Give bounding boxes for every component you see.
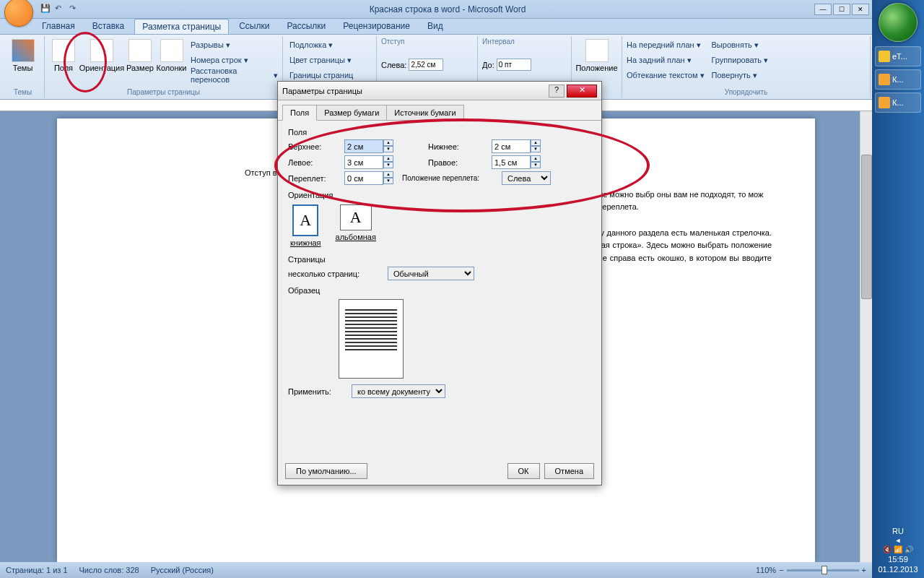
redo-icon[interactable]: ↷	[69, 4, 81, 15]
line-numbers-button[interactable]: Номера строк ▾	[188, 53, 278, 67]
minimize-button[interactable]: —	[814, 4, 832, 15]
tab-home[interactable]: Главная	[35, 19, 82, 34]
margin-right-input[interactable]	[492, 155, 531, 169]
gutter-position-select[interactable]: Слева	[502, 171, 551, 185]
tab-insert[interactable]: Вставка	[85, 19, 132, 34]
status-bar: Страница: 1 из 1 Число слов: 328 Русский…	[0, 562, 872, 578]
tray-time[interactable]: 15:59	[875, 555, 921, 564]
vertical-scrollbar[interactable]	[860, 111, 872, 562]
margin-bottom-input[interactable]	[492, 139, 531, 153]
rotate-button[interactable]: Повернуть ▾	[712, 68, 769, 82]
themes-button[interactable]: Темы	[6, 38, 40, 74]
watermark-button[interactable]: Подложка ▾	[287, 38, 372, 52]
status-lang[interactable]: Русский (Россия)	[151, 566, 214, 574]
windows-taskbar: еТ... К... К... RU ◄ 🔇 📶 🔊 15:59 01.12.2…	[872, 0, 924, 578]
orientation-portrait[interactable]: Aкнижная	[288, 202, 323, 249]
multiple-pages-select[interactable]: Обычный	[388, 267, 474, 280]
text-wrap-button[interactable]: Обтекание текстом ▾	[627, 68, 705, 82]
app-icon	[879, 74, 890, 85]
margins-button[interactable]: Поля	[49, 38, 78, 74]
tray-lang[interactable]: RU	[875, 527, 921, 535]
breaks-button[interactable]: Разрывы ▾	[188, 38, 278, 52]
orientation-landscape[interactable]: Aальбомная	[334, 202, 378, 249]
dialog-tab-source[interactable]: Источник бумаги	[386, 105, 463, 121]
dialog-tab-paper[interactable]: Размер бумаги	[316, 105, 387, 121]
ribbon-tabs: Главная Вставка Разметка страницы Ссылки…	[0, 19, 872, 35]
system-tray[interactable]: RU ◄ 🔇 📶 🔊 15:59 01.12.2013	[872, 522, 924, 578]
undo-icon[interactable]: ↶	[55, 4, 66, 15]
page-borders-button[interactable]: Границы страниц	[287, 68, 372, 82]
orientation-button[interactable]: Ориентация	[79, 38, 124, 74]
size-button[interactable]: Размер	[126, 38, 154, 74]
send-back-button[interactable]: На задний план ▾	[627, 53, 705, 67]
start-button[interactable]	[879, 3, 918, 42]
titlebar: 💾 ↶ ↷ Красная строка в word - Microsoft …	[0, 0, 872, 19]
close-button[interactable]: ✕	[852, 4, 869, 15]
margin-top-input[interactable]	[344, 139, 383, 153]
status-words[interactable]: Число слов: 328	[79, 566, 139, 574]
window-title: Красная строка в word - Microsoft Word	[81, 4, 814, 14]
hyphenation-button[interactable]: Расстановка переносов ▾	[188, 68, 278, 82]
page-setup-dialog: Параметры страницы ? ✕ Поля Размер бумаг…	[277, 81, 602, 486]
dialog-close-button[interactable]: ✕	[567, 85, 597, 98]
office-button[interactable]	[4, 0, 33, 27]
tray-icons[interactable]: 🔇 📶 🔊	[875, 545, 921, 553]
app-icon	[879, 51, 890, 62]
position-button[interactable]: Положение	[576, 38, 617, 74]
columns-button[interactable]: Колонки	[156, 38, 187, 74]
save-icon[interactable]: 💾	[40, 4, 52, 15]
page-color-button[interactable]: Цвет страницы ▾	[287, 53, 372, 67]
apply-to-select[interactable]: ко всему документу	[352, 384, 445, 398]
align-button[interactable]: Выровнять ▾	[712, 38, 769, 52]
dialog-tab-margins[interactable]: Поля	[282, 105, 317, 121]
tray-date[interactable]: 01.12.2013	[875, 565, 921, 574]
group-button[interactable]: Группировать ▾	[712, 53, 769, 67]
taskbar-item[interactable]: К...	[875, 92, 921, 113]
tab-page-layout[interactable]: Разметка страницы	[134, 19, 229, 34]
bring-front-button[interactable]: На передний план ▾	[627, 38, 705, 52]
zoom-slider[interactable]: 110% −+	[756, 566, 866, 574]
indent-left-input[interactable]	[409, 59, 443, 71]
margin-left-input[interactable]	[344, 155, 383, 169]
tab-review[interactable]: Рецензирование	[336, 19, 417, 34]
dialog-title: Параметры страницы	[282, 87, 549, 95]
maximize-button[interactable]: ☐	[833, 4, 850, 15]
gutter-input[interactable]	[344, 171, 383, 185]
tab-view[interactable]: Вид	[420, 19, 450, 34]
cancel-button[interactable]: Отмена	[544, 463, 594, 479]
ok-button[interactable]: ОК	[507, 463, 540, 479]
quick-access-toolbar: 💾 ↶ ↷	[40, 4, 81, 15]
dialog-help-button[interactable]: ?	[549, 85, 565, 98]
default-button[interactable]: По умолчанию...	[285, 463, 367, 479]
sample-preview	[339, 299, 404, 379]
space-before-input[interactable]	[497, 59, 531, 71]
status-page[interactable]: Страница: 1 из 1	[6, 566, 68, 574]
app-icon	[879, 97, 890, 108]
taskbar-item[interactable]: К...	[875, 69, 921, 90]
tab-mailings[interactable]: Рассылки	[279, 19, 333, 34]
taskbar-item[interactable]: еТ...	[875, 46, 921, 66]
tab-references[interactable]: Ссылки	[232, 19, 276, 34]
